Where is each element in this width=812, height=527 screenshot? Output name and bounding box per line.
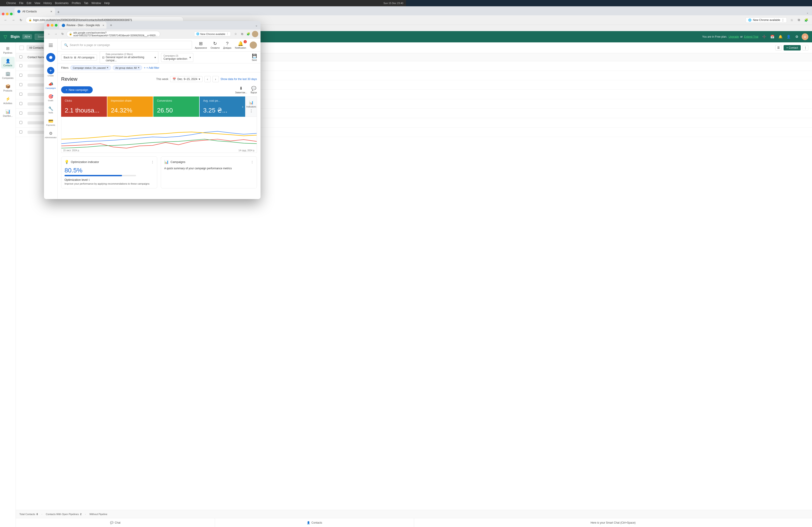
menu-tab[interactable]: Tab	[84, 2, 88, 5]
menu-view[interactable]: View	[34, 2, 40, 5]
gads-ui: + Create 📣 Campaigns 🎯 Goals 🔧 Tools 💳 P…	[44, 39, 261, 199]
gads-sidebar-tools[interactable]: 🔧 Tools	[45, 105, 57, 116]
traffic-light-maximize[interactable]	[10, 13, 13, 15]
gads-bookmark-icon[interactable]: ☆	[233, 31, 238, 37]
sidebar-item-companies[interactable]: 🏢 Companies	[1, 70, 15, 81]
gads-window-expand[interactable]: ⌄	[255, 24, 258, 27]
sidebar-item-activities[interactable]: ⚡ Activities	[1, 95, 15, 106]
menu-help[interactable]: Help	[104, 2, 110, 5]
traffic-light-minimize[interactable]	[6, 13, 9, 15]
chip-close-icon[interactable]: ✕	[137, 66, 140, 69]
row-checkbox[interactable]	[19, 131, 22, 133]
row-checkbox[interactable]	[19, 93, 22, 95]
chart-date-start: 15 лист. 2024 р.	[63, 149, 79, 152]
notification-badge: 1	[244, 40, 247, 43]
row-checkbox[interactable]	[19, 111, 22, 115]
gads-close-button[interactable]	[47, 24, 49, 27]
menu-bookmarks[interactable]: Bookmarks	[55, 2, 69, 5]
gads-minimize-button[interactable]	[51, 24, 54, 27]
gads-url-bar[interactable]: 🔒 ads.google.com/aw/overview?ocid=585232…	[67, 31, 160, 37]
menu-chrome[interactable]: Chrome	[6, 2, 16, 5]
gads-forward-button[interactable]: →	[53, 31, 58, 37]
data-presentation-button[interactable]: ⊡ Data presentation (2 filters) General …	[100, 51, 158, 63]
date-next-button[interactable]: ›	[213, 76, 219, 82]
download-icon: ⬇	[239, 86, 243, 91]
sidebar-item-products[interactable]: 📦 Products	[1, 82, 15, 94]
gads-sidebar-goals[interactable]: 🎯 Goals	[45, 93, 57, 103]
filter-chip-ad-group-status[interactable]: Ad group status: All ✕	[113, 65, 142, 70]
gads-tab[interactable]: 🔵 Review - Dion - Google Ads ✕	[59, 22, 106, 29]
add-filter-button[interactable]: + + Add filter	[144, 66, 159, 70]
feedback-button[interactable]: 💬 Відгук	[250, 86, 257, 94]
campaign-selection-button[interactable]: Campaigns (3) Campaign selection ▾	[161, 53, 193, 62]
sidebar-item-pipelines[interactable]: ⊞ Pipelines	[1, 44, 15, 56]
row-checkbox[interactable]	[19, 83, 22, 86]
date-prev-button[interactable]: ‹	[204, 76, 211, 82]
gads-back-button[interactable]: ←	[46, 31, 52, 37]
gads-refresh-button[interactable]: ↻ Оновити	[211, 41, 220, 49]
chip-close-icon[interactable]: ✕	[106, 66, 108, 69]
contacts-icon: 👤	[5, 59, 10, 63]
row-checkbox[interactable]	[19, 102, 22, 105]
filter-chip-campaign-status[interactable]: Campaign status: On, paused ✕	[70, 65, 111, 70]
gads-new-chrome-badge[interactable]: 🌐 New Chrome available ⋮	[194, 32, 231, 36]
gads-tab-search-icon[interactable]: ⧉	[239, 31, 245, 37]
google-ads-window: 🔵 Review - Dion - Google Ads ✕ + ⌄ ← → ↻…	[44, 21, 261, 199]
info-icon[interactable]: ℹ	[89, 178, 90, 181]
gads-sidebar-campaigns[interactable]: 📣 Campaigns	[45, 80, 57, 91]
gads-maximize-button[interactable]	[55, 24, 58, 27]
sidebar-item-contacts[interactable]: 👤 Contacts	[1, 57, 15, 69]
gads-help-button[interactable]: ? Довідка	[223, 41, 231, 49]
metric-card-conversions[interactable]: Conversions 26.50	[154, 96, 199, 117]
save-button[interactable]: 💾 Save	[252, 54, 257, 61]
gads-new-tab-button[interactable]: +	[108, 22, 114, 28]
menu-history[interactable]: History	[44, 2, 52, 5]
menu-file[interactable]: File	[19, 2, 24, 5]
indicators-panel[interactable]: 📊 Indicators ⋮	[246, 96, 257, 117]
gads-notification-button[interactable]: 🔔 1 Notification	[235, 41, 246, 49]
traffic-light-close[interactable]	[2, 13, 4, 15]
gads-sidebar-admin[interactable]: ⚙ Administrator	[45, 130, 57, 140]
row-checkbox[interactable]	[19, 121, 22, 124]
metric-card-impression[interactable]: Impression share 24.32%	[107, 96, 153, 117]
gads-hamburger-button[interactable]	[47, 41, 55, 49]
gads-reload-button[interactable]: ↻	[60, 31, 65, 37]
gads-appearance-button[interactable]: ⊞ Appearance	[195, 41, 207, 49]
date-range-button[interactable]: 📅 Dec. 9–15, 2024 ▾	[170, 76, 202, 82]
reload-button[interactable]: ↻	[18, 17, 24, 23]
gads-sidebar-create[interactable]: + Create	[45, 65, 57, 78]
gads-user-avatar[interactable]	[252, 31, 258, 37]
macos-menu: Chrome File Edit View History Bookmarks …	[6, 2, 110, 5]
forward-button[interactable]: →	[10, 17, 16, 23]
gads-extensions-icon[interactable]: 🧩	[246, 31, 251, 37]
filter-icon[interactable]	[19, 46, 24, 50]
sidebar-item-dashboard[interactable]: 📊 Dashbo...	[1, 107, 15, 119]
metric-card-avg-cost[interactable]: Avg. cost pe... 3.25 ₴... ›	[200, 96, 245, 117]
gads-tab-close-icon[interactable]: ✕	[102, 24, 104, 27]
menu-profiles[interactable]: Profiles	[72, 2, 81, 5]
new-tab-button[interactable]: +	[55, 9, 62, 15]
tab-close-icon[interactable]: ✕	[50, 10, 52, 13]
back-button[interactable]: ←	[3, 17, 9, 23]
gads-search-bar[interactable]: 🔍 Search for a page or campaign	[61, 41, 192, 49]
metric-card-clicks[interactable]: Clicks 2.1 thousa...	[61, 96, 107, 117]
campaigns-card-more-button[interactable]: ⋮	[251, 161, 253, 164]
select-all-checkbox[interactable]	[19, 56, 22, 58]
download-button[interactable]: ⬇ Завантаж...	[235, 86, 247, 94]
indicators-more-icon[interactable]: ⋮	[249, 109, 253, 113]
gads-sidebar-payments[interactable]: 💳 Payments	[45, 117, 57, 128]
gads-chrome-icon: 🌐	[196, 32, 199, 35]
chrome-tab-all-contacts[interactable]: 🔵 All Contacts ✕	[14, 7, 55, 15]
new-campaign-button[interactable]: + New campaign	[61, 86, 93, 93]
menu-edit[interactable]: Edit	[27, 2, 31, 5]
back-to-campaigns-button[interactable]: Back to ⊞ All campaigns	[61, 54, 97, 61]
all-dropdown-button[interactable]: All ▾	[22, 34, 32, 39]
show-last-30-link[interactable]: Show data for the last 30 days	[221, 77, 257, 81]
row-checkbox[interactable]	[19, 64, 22, 67]
opt-card-more-button[interactable]: ⋮	[151, 161, 154, 164]
gads-user-avatar[interactable]	[250, 42, 257, 49]
gads-more-icon[interactable]: ⋮	[226, 32, 229, 35]
menu-window[interactable]: Window	[91, 2, 101, 5]
gads-breadcrumb: Back to ⊞ All campaigns ⊡ Data presentat…	[58, 51, 261, 63]
row-checkbox[interactable]	[19, 74, 22, 77]
